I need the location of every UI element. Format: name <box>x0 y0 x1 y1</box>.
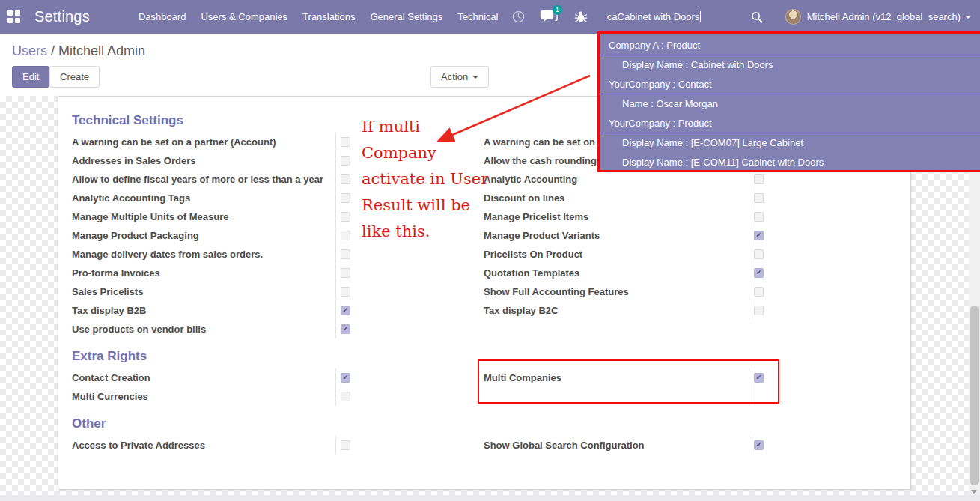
annotation-line: activate in User <box>362 166 488 192</box>
checkbox-manage-multiple-units-of-measure[interactable] <box>341 212 350 222</box>
setting-label: Manage Pricelist Items <box>484 211 749 222</box>
screen: Settings DashboardUsers & CompaniesTrans… <box>0 0 980 501</box>
app-title: Settings <box>34 8 90 25</box>
checkbox-use-products-on-vendor-bills[interactable] <box>341 324 350 334</box>
setting-label: Addresses in Sales Orders <box>72 155 335 166</box>
setting-row: A warning can be set on a partner (Accou… <box>72 133 353 151</box>
setting-row: Use products on vendor bills <box>72 320 353 338</box>
apps-menu-icon[interactable] <box>7 10 20 23</box>
checkbox-analytic-accounting-tags[interactable] <box>341 193 350 203</box>
dropdown-group-header: YourCompany : Product <box>600 114 980 133</box>
checkbox-cell <box>335 368 353 387</box>
setting-row: Analytic Accounting <box>484 170 766 189</box>
checkbox-cell <box>749 368 766 387</box>
scrollbar-thumb[interactable] <box>970 306 979 485</box>
nav-item-translations[interactable]: Translations <box>295 1 362 33</box>
nav-item-users-companies[interactable]: Users & Companies <box>193 1 295 33</box>
messages-icon[interactable]: 1 <box>540 10 559 24</box>
scrollbar-down-arrow-icon[interactable] <box>971 490 977 494</box>
checkbox-quotation-templates[interactable] <box>754 268 764 278</box>
section-extra-rights: Extra RightsContact CreationMulti Curren… <box>72 349 910 406</box>
checkbox-cell <box>335 264 353 282</box>
checkbox-cell <box>749 189 766 207</box>
annotation-text: If multiCompanyactivate in UserResult wi… <box>362 114 488 245</box>
setting-label: Pricelists On Product <box>484 249 749 260</box>
checkbox-cell <box>749 245 766 264</box>
debug-bug-icon[interactable] <box>574 10 588 24</box>
setting-row: Tax display B2C <box>484 301 766 320</box>
setting-row: Allow to define fiscal years of more or … <box>72 170 353 189</box>
checkbox-cell <box>749 226 766 245</box>
checkbox-cell <box>749 207 766 226</box>
search-dropdown-list: Company A : ProductDisplay Name : Cabine… <box>600 34 980 172</box>
checkbox-manage-delivery-dates-from-sales-orders[interactable] <box>341 249 350 259</box>
setting-label: Pro-forma Invoices <box>72 267 335 279</box>
setting-row: Manage delivery dates from sales orders. <box>72 245 353 264</box>
setting-row: Manage Product Packaging <box>72 226 353 245</box>
dropdown-result-item[interactable]: Display Name : [E-COM07] Large Cabinet <box>600 133 980 153</box>
checkbox-tax-display-b2c[interactable] <box>754 306 764 315</box>
checkbox-discount-on-lines[interactable] <box>754 193 764 203</box>
settings-column-right: Multi Companies <box>484 368 766 406</box>
setting-row: Show Global Search Configuration <box>484 436 766 455</box>
checkbox-manage-pricelist-items[interactable] <box>754 212 764 222</box>
setting-label: Manage Multiple Units of Measure <box>72 211 335 222</box>
user-menu-caret-icon[interactable] <box>965 16 971 19</box>
checkbox-a-warning-can-be-set-on-a-partner-account[interactable] <box>341 137 350 147</box>
settings-column-left: A warning can be set on a partner (Accou… <box>72 133 353 338</box>
checkbox-sales-pricelists[interactable] <box>341 287 350 297</box>
search-icon[interactable] <box>751 11 763 23</box>
checkbox-cell <box>335 320 353 338</box>
checkbox-cell <box>335 436 353 455</box>
setting-row: Pro-forma Invoices <box>72 264 353 282</box>
dropdown-result-item[interactable]: Display Name : [E-COM11] Cabinet with Do… <box>600 153 980 172</box>
search-input-value: caCabinet with Doors <box>607 11 700 22</box>
checkbox-tax-display-b2b[interactable] <box>341 306 350 315</box>
user-menu[interactable]: Mitchell Admin (v12_global_search) <box>807 11 961 22</box>
setting-row: Quotation Templates <box>484 264 766 282</box>
checkbox-show-global-search-configuration[interactable] <box>754 440 764 450</box>
checkbox-manage-product-variants[interactable] <box>754 231 764 240</box>
messages-count-badge: 1 <box>553 5 562 15</box>
create-button[interactable]: Create <box>49 66 100 88</box>
checkbox-cell <box>749 436 766 455</box>
checkbox-show-full-accounting-features[interactable] <box>754 287 764 297</box>
nav-item-general-settings[interactable]: General Settings <box>362 1 450 33</box>
setting-row: Multi Companies <box>484 368 766 387</box>
breadcrumb-users-link[interactable]: Users <box>12 43 47 58</box>
checkbox-contact-creation[interactable] <box>341 373 350 383</box>
edit-button[interactable]: Edit <box>12 66 49 88</box>
horizontal-scrollbar-track[interactable] <box>0 495 980 501</box>
checkbox-multi-companies[interactable] <box>754 373 764 383</box>
global-search-input[interactable]: caCabinet with Doors <box>607 11 751 22</box>
dropdown-result-item[interactable]: Name : Oscar Morgan <box>600 94 980 114</box>
nav-item-dashboard[interactable]: Dashboard <box>131 1 194 33</box>
nav-item-technical[interactable]: Technical <box>450 1 505 33</box>
checkbox-cell <box>335 189 353 207</box>
checkbox-pro-forma-invoices[interactable] <box>341 268 350 278</box>
checkbox-access-to-private-addresses[interactable] <box>341 440 350 450</box>
checkbox-analytic-accounting[interactable] <box>754 174 764 184</box>
checkbox-multi-currencies[interactable] <box>341 392 350 401</box>
checkbox-cell <box>335 207 353 226</box>
setting-label: Tax display B2B <box>72 305 335 316</box>
checkbox-manage-product-packaging[interactable] <box>341 231 350 240</box>
checkbox-cell <box>749 301 766 320</box>
checkbox-allow-to-define-fiscal-years-of-more-or-less-than-a-year[interactable] <box>341 174 350 184</box>
annotation-line: Company <box>362 140 488 166</box>
checkbox-cell <box>335 387 353 406</box>
checkbox-pricelists-on-product[interactable] <box>754 249 764 259</box>
setting-label: Contact Creation <box>72 372 335 383</box>
setting-label: Analytic Accounting <box>484 174 749 185</box>
action-dropdown-button[interactable]: Action <box>430 66 489 88</box>
user-avatar[interactable] <box>785 9 801 25</box>
dropdown-group-header: Company A : Product <box>600 36 980 55</box>
settings-column-left: Access to Private Addresses <box>72 436 353 455</box>
section-other: OtherAccess to Private AddressesShow Glo… <box>72 416 910 455</box>
checkbox-addresses-in-sales-orders[interactable] <box>341 156 350 166</box>
checkbox-cell <box>749 282 766 301</box>
checkbox-cell <box>749 264 766 282</box>
dropdown-result-item[interactable]: Display Name : Cabinet with Doors <box>600 55 980 75</box>
activity-clock-icon[interactable] <box>512 10 525 23</box>
setting-label: Access to Private Addresses <box>72 440 335 451</box>
